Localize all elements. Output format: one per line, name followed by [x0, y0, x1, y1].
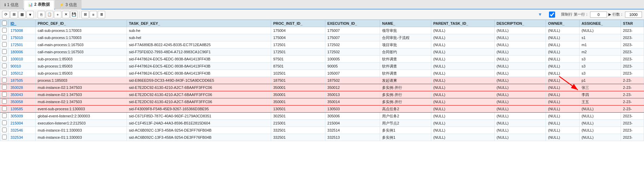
cell-name: 用户节点2 [380, 120, 431, 127]
cell-description: (NULL) [494, 63, 546, 70]
table-row[interactable]: 350043muti-instance-02:1:347503sid-E7E2D… [0, 91, 644, 98]
table-row[interactable]: 139585event-sub-process:1:130003sid-F430… [0, 105, 644, 113]
col-header-id[interactable]: ID_ [8, 20, 36, 27]
cell-proc-def-id: muti-instance-02:1:347503 [36, 84, 127, 91]
filter-btn[interactable]: ⊞ [10, 11, 18, 18]
col-header-assignee[interactable]: ASSIGNEE_ [579, 20, 621, 27]
cell-proc-def-id: call-main-process:1:167503 [36, 41, 127, 49]
tab-info2[interactable]: ⚡ 3 信息 [55, 0, 81, 9]
table-row[interactable]: 100010sub-process:1:85003sid-F4478624-E0… [0, 56, 644, 63]
col-header-task-def-key[interactable]: TASK_DEF_KEY_ [127, 20, 271, 27]
limit-checkbox[interactable] [544, 12, 561, 18]
data-table: ID_ PROC_DEF_ID_ TASK_DEF_KEY_ PROC_INST… [0, 20, 644, 141]
cell-id: 215004 [8, 120, 36, 127]
toolbar: ⟳ ⊞ ▦ ▼ ⎘ 📋 + ✕ 💾 ⊞ ≡ ≣ ▼ 限制行 第一行： ▶ 行数： [0, 9, 644, 20]
cell-assignee: (NULL) [579, 134, 621, 141]
table-row[interactable]: 350028muti-instance-02:1:347503sid-E7E2D… [0, 84, 644, 91]
col-header-start[interactable]: STAR [621, 20, 644, 27]
cell-id: 175010 [8, 34, 36, 41]
cell-task-def-key: sid-F4478624-E0C5-4EDC-9938-8A41413FF43B [127, 56, 271, 63]
tab-tabledata[interactable]: 📊 2 表数据 [24, 0, 54, 9]
grid-view-btn[interactable]: ⊞ [81, 11, 89, 18]
header-checkbox[interactable] [0, 20, 8, 27]
table-row[interactable]: 350058muti-instance-02:1:347503sid-E7E2D… [0, 98, 644, 105]
tab-info[interactable]: ℹ 1 信息 [0, 0, 23, 9]
col-header-owner[interactable]: OWNER_ [546, 20, 580, 27]
table-row[interactable]: 90010sub-process:1:85003sid-F4478624-E0C… [0, 63, 644, 70]
cell-proc-inst-id: 332501 [271, 127, 325, 134]
arrow-next[interactable]: ▶ [608, 12, 611, 17]
table-row[interactable]: 305009global-event-listener2:2:300003sid… [0, 113, 644, 120]
col-header-proc-inst-id[interactable]: PROC_INST_ID_ [271, 20, 325, 27]
table-row[interactable]: 332546muti-instance-01:1:330003sid-AC6B0… [0, 127, 644, 134]
cell-id: 350043 [8, 91, 36, 98]
refresh-btn[interactable]: ⟳ [2, 11, 10, 18]
filter-icon: ▼ [538, 12, 542, 17]
cell-owner: (NULL) [546, 120, 580, 127]
cell-task-def-key: sid-E7E2DC92-6130-4210-A2C7-6BAAFF3FFC06 [127, 98, 271, 105]
cell-assignee: (NULL) [579, 120, 621, 127]
col-header-execution-id[interactable]: EXECUTION_ID_ [325, 20, 380, 27]
table-row[interactable]: 175008call-sub-process:1:170003sub-he175… [0, 27, 644, 34]
first-row-label: 第一行： [574, 12, 589, 17]
cell-assignee: s3 [579, 63, 621, 70]
col-header-name[interactable]: NAME_ [380, 20, 431, 27]
grid-btn[interactable]: ▦ [18, 11, 26, 18]
row-checkbox-cell [0, 77, 8, 84]
table-row[interactable]: 187505process:1:185003sid-E86EED59-DC33-… [0, 77, 644, 84]
cell-execution-id: 100005 [325, 56, 380, 63]
cell-proc-inst-id: 175004 [271, 27, 325, 34]
add-btn[interactable]: + [54, 11, 61, 18]
cell-id: 90010 [8, 63, 36, 70]
form-view-btn[interactable]: ≡ [90, 11, 97, 18]
delete-btn[interactable]: ✕ [62, 11, 70, 18]
table-row[interactable]: 215004execution-listener1:2:212503sid-C1… [0, 120, 644, 127]
cell-execution-id: 305006 [325, 113, 380, 120]
cell-task-def-key: sid-F4478624-E0C5-4EDC-9938-8A41413FF43B [127, 63, 271, 70]
cell-task-def-key: sid-E7E2DC92-6130-4210-A2C7-6BAAFF3FFC06 [127, 84, 271, 91]
table-row[interactable]: 105012sub-process:1:85003sid-F4478624-E0… [0, 70, 644, 77]
cell-description: (NULL) [494, 105, 546, 113]
col-header-description[interactable]: DESCRIPTION_ [494, 20, 546, 27]
cell-parent-task-id: (NULL) [431, 120, 494, 127]
cell-task-def-key: sid-E7E2DC92-6130-4210-A2C7-6BAAFF3FFC06 [127, 91, 271, 98]
cell-assignee: s3 [579, 70, 621, 77]
cell-id: 139585 [8, 105, 36, 113]
cell-assignee: m1 [579, 41, 621, 49]
table-row[interactable]: 172501call-main-process:1:167503sid-F7A6… [0, 41, 644, 49]
down-btn[interactable]: ▼ [26, 11, 34, 18]
paste-btn[interactable]: 📋 [46, 11, 53, 18]
cell-assignee: m2 [579, 49, 621, 56]
cell-assignee: s3 [579, 56, 621, 63]
cell-proc-def-id: muti-instance-02:1:347503 [36, 91, 127, 98]
col-header-parent-task-id[interactable]: PARENT_TASK_ID_ [431, 20, 494, 27]
cell-name: 软件调查 [380, 63, 431, 70]
limit-checkbox-label[interactable]: 限制行 [544, 12, 572, 18]
row-count-input[interactable] [625, 12, 642, 18]
cell-execution-id: 215004 [325, 120, 380, 127]
first-row-input[interactable] [590, 12, 607, 18]
table-row[interactable]: 332534muti-instance-01:1:330003sid-AC6B0… [0, 134, 644, 141]
table-row[interactable]: 175010call-sub-process:1:170003sub-hel17… [0, 34, 644, 41]
table-row[interactable]: 180006call-main-process:1:167503sid-F75F… [0, 49, 644, 56]
copy-btn[interactable]: ⎘ [38, 11, 45, 18]
cell-description: (NULL) [494, 127, 546, 134]
cell-assignee: 王五 [579, 98, 621, 105]
save-btn[interactable]: 💾 [70, 11, 78, 18]
cell-execution-id: 172502 [325, 41, 380, 49]
cell-name: 多实例-并行 [380, 98, 431, 105]
cell-task-def-key: sid-AC6B092C-13F3-458A-9254-DE3FF76FB04B [127, 127, 271, 134]
cell-start: 2-23- [621, 105, 644, 113]
cell-assignee: 李四 [579, 91, 621, 98]
text-view-btn[interactable]: ≣ [98, 11, 105, 18]
row-checkbox-cell [0, 134, 8, 141]
cell-proc-def-id: event-sub-process:1:130003 [36, 105, 127, 113]
row-checkbox-cell [0, 70, 8, 77]
col-header-proc-def-id[interactable]: PROC_DEF_ID_ [36, 20, 127, 27]
cell-description: (NULL) [494, 34, 546, 41]
cell-assignee: (NULL) [579, 27, 621, 34]
cell-parent-task-id: (NULL) [431, 63, 494, 70]
cell-description: (NULL) [494, 70, 546, 77]
cell-proc-inst-id: 350001 [271, 84, 325, 91]
cell-name: 高点任务2 [380, 105, 431, 113]
